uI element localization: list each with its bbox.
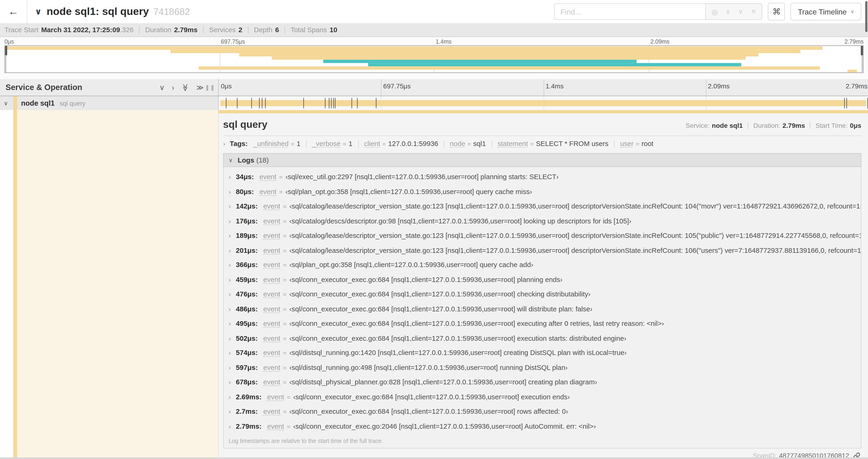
find-input[interactable] [554,3,706,20]
span-bar[interactable] [220,100,866,106]
log-row[interactable]: ›574μs:event=‹sql/distsql_running.go:142… [223,346,861,360]
log-row[interactable]: ›80μs:event=‹sql/plan_opt.go:358 [nsql1,… [223,185,861,199]
span-operation-name: sql query [60,100,85,106]
expand-one-icon[interactable]: › [172,84,174,91]
log-row[interactable]: ›34μs:event=‹sql/exec_util.go:2297 [nsql… [223,170,861,185]
header-controls: ◎ ∧ ∨ ✕ ⌘ Trace Timeline ∨ [554,3,862,21]
equals-sign: = [283,272,286,287]
ruler-tick-label: 2.79ms [846,82,867,90]
prev-match-icon[interactable]: ∧ [726,8,731,15]
expand-all-icon[interactable]: ≫ [196,84,204,91]
log-row[interactable]: ›2.69ms:event=‹sql/conn_executor_exec.go… [223,390,861,404]
collapse-all-icon[interactable]: ≫ [182,84,189,91]
log-marker[interactable] [333,98,334,108]
chevron-right-icon[interactable]: › [229,214,231,228]
focus-match-icon[interactable]: ◎ [711,8,718,15]
span-row-label[interactable]: ∨ node sql1 sql query [0,96,219,110]
summary-label: Duration [145,26,171,34]
next-match-icon[interactable]: ∨ [738,8,743,15]
vertical-scrollbar-thumb[interactable] [865,1,867,32]
chevron-right-icon[interactable]: › [229,170,231,185]
log-marker[interactable] [844,98,845,108]
log-marker[interactable] [325,98,326,108]
log-row[interactable]: ›502μs:event=‹sql/conn_executor_exec.go:… [223,331,861,346]
log-marker[interactable] [259,98,259,108]
chevron-right-icon[interactable]: › [229,404,231,419]
chevron-right-icon[interactable]: › [229,287,231,302]
chevron-right-icon[interactable]: › [229,375,231,390]
trace-collapse-icon[interactable]: ∨ [35,6,41,17]
log-marker[interactable] [846,98,847,108]
tag-item[interactable]: statement=SELECT * FROM users [497,140,608,147]
chevron-right-icon[interactable]: › [229,243,231,258]
column-resizer-grip[interactable]: ❚❚ [205,85,215,91]
chevron-right-icon[interactable]: › [229,258,231,272]
chevron-right-icon[interactable]: › [229,185,231,199]
tag-value: 127.0.0.1:59936 [388,140,438,147]
back-button[interactable]: ← [0,0,27,23]
tag-item[interactable]: _verbose=1 [312,140,352,147]
log-row[interactable]: ›366μs:event=‹sql/plan_opt.go:358 [nsql1… [223,258,861,272]
log-row[interactable]: ›486μs:event=‹sql/conn_executor_exec.go:… [223,302,861,316]
chevron-right-icon[interactable]: › [229,390,231,404]
span-bar-cell[interactable] [219,96,868,110]
chevron-right-icon[interactable]: › [229,331,231,346]
log-marker[interactable] [251,98,251,108]
log-field-key: event [263,214,280,228]
log-marker[interactable] [303,98,304,108]
collapse-one-icon[interactable]: ∨ [159,84,165,91]
tags-row[interactable]: › Tags: _unfinished=1_verbose=1client=12… [219,136,868,147]
log-row[interactable]: ›2.7ms:event=‹sql/conn_executor_exec.go:… [223,404,861,419]
view-selector-button[interactable]: Trace Timeline ∨ [791,3,862,21]
log-marker[interactable] [331,98,332,108]
log-marker[interactable] [352,98,352,108]
clear-find-icon[interactable]: ✕ [751,8,756,15]
chevron-right-icon[interactable]: › [223,140,225,147]
logs-header[interactable]: ∨ Logs (18) [223,153,861,167]
log-marker[interactable] [226,98,226,108]
chevron-right-icon[interactable]: › [229,272,231,287]
log-row[interactable]: ›189μs:event=‹sql/catalog/lease/descript… [223,228,861,243]
log-marker[interactable] [262,98,262,108]
chevron-down-icon[interactable]: ∨ [229,157,232,163]
chevron-right-icon[interactable]: › [229,199,231,214]
log-marker[interactable] [329,98,329,108]
log-field-key: event [267,419,284,434]
log-marker[interactable] [335,98,335,108]
log-marker[interactable] [237,98,237,108]
log-row[interactable]: ›495μs:event=‹sql/conn_executor_exec.go:… [223,316,861,331]
minimap-left-handle[interactable] [5,46,7,55]
log-row[interactable]: ›476μs:event=‹sql/conn_executor_exec.go:… [223,287,861,302]
log-marker[interactable] [265,98,265,108]
log-row[interactable]: ›678μs:event=‹sql/distsql_physical_plann… [223,375,861,390]
log-marker[interactable] [376,98,376,108]
meta-label: Duration: [753,122,780,129]
chevron-right-icon[interactable]: › [229,316,231,331]
chevron-right-icon[interactable]: › [229,419,231,434]
chevron-right-icon[interactable]: › [229,228,231,243]
log-timestamp: 459μs: [236,272,258,287]
minimap-right-handle[interactable] [861,46,863,55]
tag-item[interactable]: client=127.0.0.1:59936 [364,140,438,147]
log-row[interactable]: ›2.79ms:event=‹sql/conn_executor_exec.go… [223,419,861,434]
chevron-right-icon[interactable]: › [229,302,231,316]
minimap-canvas[interactable] [4,45,864,73]
chevron-right-icon[interactable]: › [229,360,231,375]
minimap-tick-label: 0μs [4,38,14,45]
log-row[interactable]: ›201μs:event=‹sql/catalog/lease/descript… [223,243,861,258]
log-timestamp: 189μs: [236,228,258,243]
log-marker[interactable] [357,98,358,108]
log-row[interactable]: ›459μs:event=‹sql/conn_executor_exec.go:… [223,272,861,287]
tag-item[interactable]: _unfinished=1 [253,140,300,147]
logs-footnote: Log timestamps are relative to the start… [223,434,861,446]
log-row[interactable]: ›142μs:event=‹sql/catalog/lease/descript… [223,199,861,214]
log-row[interactable]: ›597μs:event=‹sql/distsql_running.go:498… [223,360,861,375]
span-collapse-icon[interactable]: ∨ [4,100,12,106]
log-row[interactable]: ›176μs:event=‹sql/catalog/descs/descript… [223,214,861,228]
tag-item[interactable]: node=sql1 [450,140,486,147]
tag-item[interactable]: user=root [620,140,653,147]
span-detail-panel: sql query Service:node sql1Duration:2.79… [219,110,868,459]
keyboard-shortcuts-button[interactable]: ⌘ [768,3,785,21]
ruler-gridline [544,79,544,96]
chevron-right-icon[interactable]: › [229,346,231,360]
